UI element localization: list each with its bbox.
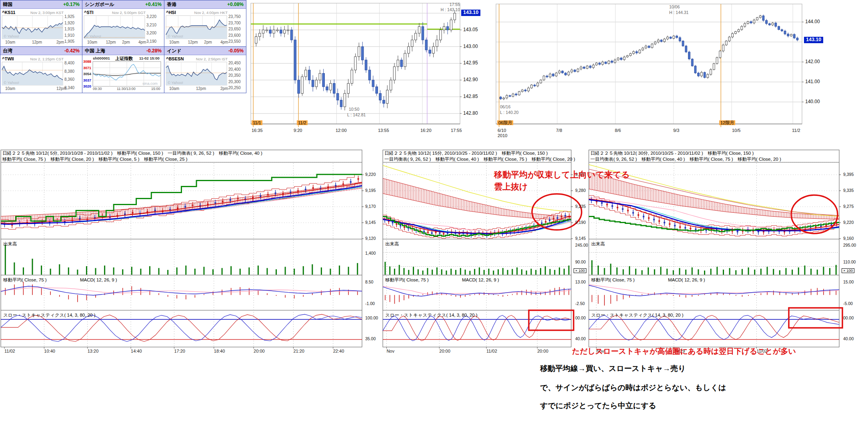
price-axis-tick: 9,195	[365, 188, 376, 193]
price-axis-tick: 9,280	[575, 188, 586, 193]
stochastic-axis-tick: 40.00	[575, 337, 586, 341]
price-axis-tick: 9,160	[843, 236, 854, 241]
panel3-volume-label: 出来高	[591, 241, 605, 247]
annotation-stochastic-warning: ただしスローストキャが高値圏にある時は翌日下げることが多い	[572, 347, 796, 356]
stochastic-axis-tick: 00.00	[575, 316, 586, 321]
macd-axis-tick: 8.50	[365, 280, 373, 285]
price-axis-tick: 9,145	[575, 236, 586, 241]
time-axis-tick: 18:40	[214, 349, 225, 353]
time-axis-tick: 14:40	[131, 349, 142, 353]
macd-axis-tick: -5.00	[843, 301, 853, 306]
trading-dashboard-screenshot: 韓国 +0.17% ^KS11Nov 2, 3:00pm KST© Yahoo!…	[0, 0, 868, 431]
volume-axis-tick: 245.00	[575, 243, 588, 248]
time-axis-tick: 10:40	[44, 349, 55, 353]
panel2-title-line2: 一目均衡表( 9, 26, 52 ) 移動平均( Close, 40 ) 移動平…	[384, 157, 575, 162]
stochastic-axis-tick: 00.00	[843, 316, 854, 321]
time-axis-tick: 22:40	[333, 349, 344, 353]
panel1-title-line1: 日経２２５先物 10/12( 5分, 2010/10/28 - 2010/11/…	[2, 151, 262, 156]
panel3-ma-label: 移動平均( Close, 75 )	[591, 277, 635, 283]
strategy-note-3: すでにポジとってたら中立にする	[540, 402, 656, 410]
stochastic-axis-tick: 35.00	[365, 337, 376, 341]
stochastic-axis-tick: 100.00	[365, 316, 378, 321]
panel1-ma-label: 移動平均( Close, 75 )	[3, 277, 47, 283]
technical-panels-canvas	[0, 0, 868, 431]
macd-axis-tick: -2.50	[575, 301, 585, 306]
panel1-stoch-label: スロー・ストキャスティクス( 14, 3, 80, 20 )	[3, 313, 95, 318]
panel1-title-line2: 移動平均( Close, 75 ) 移動平均( Close, 20 ) 移動平均…	[2, 157, 188, 162]
stochastic-axis-tick: 40.00	[843, 337, 854, 341]
macd-axis-tick: 15.00	[843, 280, 854, 285]
time-axis-tick: 17:20	[174, 349, 185, 353]
price-axis-tick: 9,395	[843, 172, 854, 177]
time-axis-tick: 20:00	[439, 349, 450, 353]
price-axis-tick: 9,120	[365, 236, 376, 241]
macd-axis-tick: -1.00	[365, 301, 375, 306]
volume-axis-tick: 90.00	[575, 260, 586, 265]
strategy-note-2: で、サインがばらばらの時はポジとらない、もしくは	[540, 384, 726, 392]
panel2-volume-multiplier: × 100	[574, 268, 586, 273]
panel2-stoch-label: スロー・ストキャスティクス( 14, 3, 80, 20 )	[385, 313, 477, 318]
panel3-volume-multiplier: × 100	[842, 268, 854, 273]
price-axis-tick: 9,275	[843, 204, 854, 209]
panel1-volume-label: 出来高	[3, 241, 17, 247]
panel3-stoch-label: スロー・ストキャスティクス( 14, 3, 80, 20 )	[591, 313, 683, 318]
panel2-volume-label: 出来高	[385, 241, 399, 247]
volume-axis-tick: 110.00	[843, 260, 856, 265]
time-axis-tick: 20:00	[254, 349, 265, 353]
panel3-macd-label: MACD( 12, 26, 9 )	[668, 277, 705, 283]
price-axis-tick: 9,220	[843, 220, 854, 225]
panel2-ma-label: 移動平均( Close, 75 )	[385, 277, 429, 283]
panel2-title-line1: 日経２２５先物 10/12( 15分, 2010/10/25 - 2010/11…	[384, 151, 548, 156]
macd-axis-tick: 13.00	[575, 280, 586, 285]
technical-panels: 9,2209,1959,1709,1459,1201,4008.50-1.001…	[0, 0, 868, 431]
time-axis-tick: 21:20	[293, 349, 304, 353]
strategy-note-1: 移動平均線→買い、スローストキャ→売り	[540, 365, 686, 373]
price-axis-tick: 9,220	[365, 172, 376, 177]
panel2-macd-label: MACD( 12, 26, 9 )	[462, 277, 499, 283]
price-axis-tick: 9,190	[575, 220, 586, 225]
time-axis-tick: 11/02	[4, 349, 15, 353]
panel3-title-line1: 日経２２５先物 10/12( 30分, 2010/10/25 - 2010/11…	[590, 151, 754, 156]
price-axis-tick: 9,145	[365, 220, 376, 225]
time-axis-tick: 20:00	[537, 349, 548, 353]
time-axis-tick: 11/02	[486, 349, 497, 353]
time-axis-tick: Nov	[386, 349, 394, 353]
panel1-macd-label: MACD( 12, 26, 9 )	[80, 277, 117, 283]
time-axis-tick: 13:20	[88, 349, 99, 353]
price-axis-tick: 9,335	[843, 188, 854, 193]
volume-axis-tick: 1,400	[365, 251, 376, 256]
panel3-title-line2: 一目均衡表( 9, 26, 52 ) 移動平均( Close, 40 ) 移動平…	[590, 157, 781, 162]
price-axis-tick: 9,170	[365, 204, 376, 209]
annotation-ma-convergence: 移動平均が収束して上向いて来てる	[494, 170, 630, 179]
annotation-cloud-breakout: 雲上抜け	[494, 182, 528, 191]
price-axis-tick: 9,235	[575, 204, 586, 209]
volume-axis-tick: 295.00	[843, 243, 856, 248]
